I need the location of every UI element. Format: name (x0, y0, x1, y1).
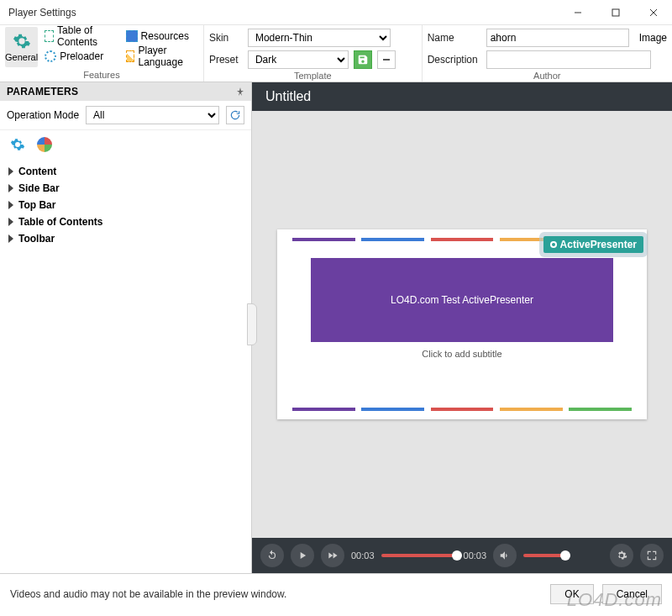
caret-icon (8, 167, 13, 176)
parameters-pane: PARAMETERS Operation Mode All (0, 82, 252, 573)
window-title: Player Settings (8, 7, 559, 18)
slide-title-text: LO4D.com Test ActivePresenter (391, 293, 533, 308)
main-area: PARAMETERS Operation Mode All (0, 82, 672, 573)
slide-title-box[interactable]: LO4D.com Test ActivePresenter (311, 258, 613, 342)
minimize-button[interactable] (559, 0, 596, 25)
svg-rect-1 (612, 9, 619, 16)
tree-item-topbar[interactable]: Top Bar (7, 197, 244, 213)
gear-icon (10, 137, 25, 152)
gear-icon (616, 550, 627, 561)
volume-slider[interactable] (523, 554, 565, 557)
name-label: Name (428, 32, 481, 44)
gear-icon (13, 32, 31, 50)
parameters-tree: Content Side Bar Top Bar Table of Conten… (0, 161, 251, 249)
splitter-handle[interactable] (247, 303, 257, 345)
save-preset-button[interactable] (354, 50, 372, 69)
tree-label: Table of Contents (18, 216, 102, 228)
close-button[interactable] (634, 0, 672, 25)
preview-stage: ActivePresenter LO4D.com Test ActivePres… (252, 111, 672, 538)
param-tool-row (0, 130, 251, 161)
caret-icon (8, 218, 13, 226)
fullscreen-button[interactable] (640, 544, 664, 567)
tree-label: Side Bar (18, 182, 60, 194)
titlebar: Player Settings (0, 0, 672, 25)
record-icon (550, 241, 557, 248)
player-language-label: Player Language (138, 45, 194, 68)
maximize-button[interactable] (596, 0, 634, 25)
cancel-button[interactable]: Cancel (602, 584, 662, 604)
preloader-button[interactable]: Preloader (41, 47, 118, 66)
fullscreen-icon (646, 550, 658, 561)
tree-label: Toolbar (18, 233, 55, 245)
operation-mode-label: Operation Mode (7, 109, 79, 121)
language-icon (126, 50, 135, 62)
footer: Videos and audio may not be available in… (0, 573, 672, 613)
tree-label: Top Bar (18, 199, 55, 211)
ok-button[interactable]: OK (550, 584, 593, 604)
resources-label: Resources (141, 30, 189, 42)
activepresenter-tag: ActivePresenter (543, 236, 643, 253)
ribbon-group-features: General Table of Contents Preloader Reso… (0, 25, 204, 82)
fast-forward-button[interactable] (321, 544, 344, 567)
preloader-label: Preloader (60, 50, 103, 62)
save-icon (357, 54, 369, 66)
footer-message: Videos and audio may not be available in… (10, 588, 542, 600)
caret-icon (8, 234, 13, 243)
preloader-icon (45, 50, 56, 62)
settings-button[interactable] (610, 544, 633, 567)
loop-icon (266, 550, 278, 561)
total-time: 00:03 (464, 550, 487, 561)
resources-button[interactable]: Resources (123, 27, 198, 45)
resources-icon (126, 30, 138, 42)
operation-mode-row: Operation Mode All (0, 101, 251, 130)
player-bar: 00:03 00:03 (252, 538, 672, 573)
pie-icon (37, 137, 52, 152)
author-group-label: Author (428, 69, 667, 82)
bottom-color-strip (292, 408, 632, 411)
toc-label: Table of Contents (57, 24, 115, 48)
volume-button[interactable] (493, 544, 517, 567)
presentation-title: Untitled (252, 82, 672, 111)
general-label: General (5, 52, 38, 62)
tree-item-toolbar[interactable]: Toolbar (7, 230, 244, 247)
parameters-title: PARAMETERS (7, 86, 78, 97)
remove-preset-button[interactable] (377, 50, 396, 69)
replay-button[interactable] (260, 544, 284, 567)
volume-knob[interactable] (560, 550, 570, 561)
volume-icon (499, 550, 511, 561)
minus-icon (382, 55, 391, 64)
color-tool-button[interactable] (37, 137, 52, 152)
play-button[interactable] (291, 544, 314, 567)
tree-item-sidebar[interactable]: Side Bar (7, 180, 244, 197)
slide-subtitle[interactable]: Click to add subtitle (277, 349, 647, 359)
features-group-label: Features (5, 68, 198, 82)
image-label: Image (639, 32, 667, 44)
play-icon (297, 550, 308, 561)
forward-icon (327, 550, 339, 561)
pin-icon[interactable] (236, 87, 244, 96)
caret-icon (8, 184, 13, 192)
toc-icon (45, 30, 54, 42)
caret-icon (8, 201, 13, 209)
description-input[interactable] (486, 50, 651, 69)
tree-item-toc[interactable]: Table of Contents (7, 213, 244, 230)
name-input[interactable] (486, 29, 629, 47)
toc-button[interactable]: Table of Contents (41, 27, 118, 45)
refresh-button[interactable] (226, 106, 244, 124)
skin-select[interactable]: Modern-Thin (248, 29, 391, 47)
seek-slider[interactable] (381, 554, 457, 557)
elapsed-time: 00:03 (351, 550, 375, 561)
preview-pane: Untitled ActivePresenter LO4D.com Test A… (252, 82, 672, 573)
player-language-button[interactable]: Player Language (123, 47, 198, 66)
preset-select[interactable]: Dark (248, 50, 349, 69)
gear-tool-button[interactable] (10, 137, 25, 155)
general-button[interactable]: General (5, 27, 38, 67)
tree-item-content[interactable]: Content (7, 163, 244, 180)
template-group-label: Template (209, 69, 417, 82)
seek-knob[interactable] (452, 550, 462, 561)
tree-label: Content (18, 166, 56, 177)
ribbon-group-template: Skin Modern-Thin Preset Dark Template (204, 25, 423, 82)
skin-label: Skin (209, 32, 243, 44)
operation-mode-select[interactable]: All (86, 106, 219, 124)
ribbon: General Table of Contents Preloader Reso… (0, 25, 672, 82)
